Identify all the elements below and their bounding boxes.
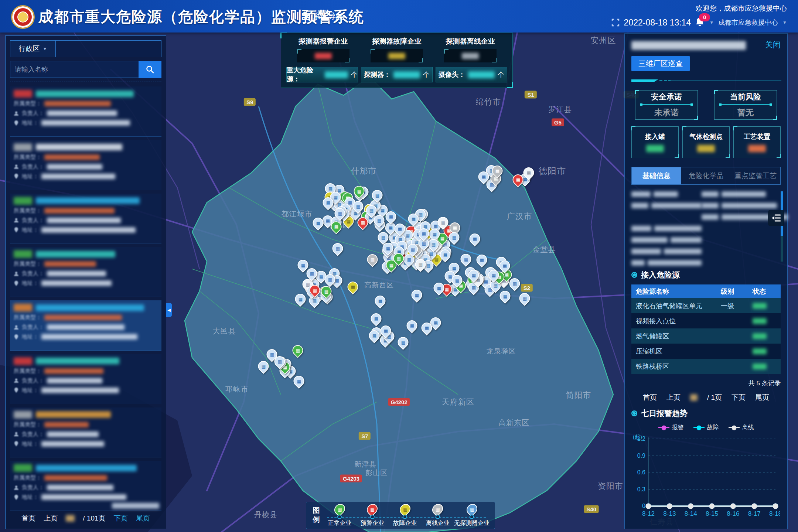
sidebar-page-next[interactable]: 下页 — [114, 514, 128, 523]
info-field-redacted — [702, 191, 788, 197]
hazard-status-redacted — [753, 303, 767, 309]
table-row[interactable]: 视频接入点位 — [631, 313, 781, 328]
company-contact-redacted — [47, 378, 102, 383]
search-button[interactable] — [139, 61, 161, 78]
location-icon — [14, 495, 19, 500]
count-label: 气体检测点 — [689, 132, 723, 141]
legend-item-label: 预警企业 — [361, 519, 384, 527]
tab-1[interactable]: 危险化学品 — [681, 167, 731, 184]
info-scrollbar[interactable] — [781, 191, 783, 262]
road-badge: S40 — [584, 505, 599, 513]
person-icon — [14, 164, 19, 169]
tab-0[interactable]: 基础信息 — [632, 167, 681, 184]
company-status-badge-redacted — [14, 464, 32, 472]
company-list-item[interactable]: 所属类型： 负责人： 地址： — [10, 86, 161, 137]
org-caret-icon[interactable]: ▼ — [782, 20, 787, 25]
region-filter-dropdown[interactable]: 行政区 ▼ — [10, 41, 56, 57]
detail-page-total: / 1页 — [707, 393, 722, 402]
left-sidebar: 行政区 ▼ 所属类型： 负责人： 地址： 所属类型： — [5, 35, 166, 529]
region-filter-label: 行政区 — [19, 44, 40, 54]
company-list-item[interactable]: 所属类型： 负责人： 地址： — [10, 407, 161, 458]
company-name-redacted — [36, 197, 140, 204]
stat-0: 探测器报警企业 — [286, 37, 360, 62]
table-row[interactable]: 压缩机区 — [631, 344, 781, 359]
stat-2: 探测器离线企业 — [434, 37, 507, 62]
legend-item[interactable]: 报警 — [658, 424, 684, 432]
info-field-redacted — [702, 226, 788, 231]
map-legend-item: ▦ 无探测器企业 — [454, 504, 490, 527]
count-value-redacted — [697, 145, 715, 152]
welcome-text: 欢迎您，成都市应急救援中心 — [696, 4, 787, 13]
legend-label: 故障 — [707, 424, 719, 432]
counter-unit: 个 — [351, 70, 358, 79]
company-list-item[interactable]: 所属类型： 负责人： 地址： — [10, 140, 161, 190]
legend-node-icon — [337, 515, 342, 519]
sidebar-page-last[interactable]: 尾页 — [136, 514, 150, 523]
company-list-item[interactable]: 所属类型： 负责人： 地址： — [10, 354, 161, 404]
stat-value-box — [444, 49, 497, 62]
detail-page-prev[interactable]: 上页 — [666, 393, 681, 402]
current-risk-box: 当前风险 暂无 — [714, 90, 777, 120]
map-place-label: 邛崃市 — [225, 384, 249, 394]
close-panel-button[interactable]: 关闭 — [765, 40, 781, 50]
company-list-item[interactable]: 所属类型： 负责人： 地址： — [10, 300, 161, 351]
legend-label: 报警 — [672, 424, 684, 432]
bell-caret-icon[interactable]: ▼ — [709, 20, 714, 25]
info-field-redacted — [631, 226, 702, 231]
company-status-badge-redacted — [14, 357, 32, 365]
info-field-redacted — [631, 214, 702, 220]
map-legend-item: ▦ 预警企业 — [356, 504, 389, 527]
grid-icon — [302, 13, 309, 20]
hazard-table: 危险源名称级别状态液化石油气储罐区单元 一级 视频接入点位 燃气储罐区 压缩机区… — [631, 284, 781, 374]
counter-unit: 个 — [498, 70, 504, 79]
safety-promise-box: 安全承诺 未承诺 — [635, 90, 698, 120]
hazard-name: 液化石油气储罐区单元 — [636, 301, 721, 310]
sidebar-collapse-button[interactable]: ◀ — [166, 303, 172, 317]
stat-value-box — [371, 49, 423, 62]
road-badge: S1 — [525, 91, 536, 98]
table-row[interactable]: 铁路栈桥区 — [631, 359, 781, 374]
detail-page-last[interactable]: 尾页 — [755, 393, 769, 402]
svg-text:8-15: 8-15 — [706, 510, 718, 517]
svg-text:8-17: 8-17 — [748, 510, 761, 517]
company-contact-redacted — [47, 110, 117, 116]
company-status-badge-redacted — [14, 250, 32, 258]
region-filter-input[interactable] — [56, 41, 161, 57]
map-place-label: 天府新区 — [442, 397, 474, 407]
road-badge: S7 — [359, 432, 371, 440]
count-value-redacted — [646, 145, 664, 152]
detail-page-next[interactable]: 下页 — [732, 393, 746, 402]
field-label-contact: 负责人： — [22, 110, 44, 117]
plant-tour-3d-button[interactable]: 三维厂区巡查 — [631, 56, 690, 71]
legend-item[interactable]: 离线 — [729, 424, 754, 432]
svg-text:0.6: 0.6 — [637, 469, 645, 475]
legend-item[interactable]: 故障 — [693, 424, 719, 432]
field-label-address: 地址： — [22, 494, 38, 501]
detail-page-first[interactable]: 首页 — [643, 393, 657, 402]
hazard-name: 铁路栈桥区 — [636, 362, 721, 371]
info-field-redacted — [631, 260, 702, 266]
system-nav-label: 系统导航 — [313, 11, 344, 21]
expand-panel-button[interactable] — [768, 210, 784, 226]
person-icon — [14, 432, 19, 437]
company-type-redacted — [44, 368, 103, 374]
company-list-item[interactable]: 所属类型： 负责人： 地址： — [10, 247, 161, 297]
table-row[interactable]: 燃气储罐区 — [631, 328, 781, 344]
location-icon — [14, 174, 19, 179]
section-bullet-icon — [631, 272, 637, 278]
hazard-status-redacted — [753, 318, 767, 324]
sidebar-pagination: 首页 上页 / 101页 下页 尾页 — [10, 511, 161, 526]
sidebar-page-first[interactable]: 首页 — [21, 514, 35, 523]
info-field-redacted — [631, 249, 702, 254]
svg-text:8-14: 8-14 — [685, 510, 697, 517]
location-icon — [14, 281, 19, 286]
fullscreen-icon[interactable] — [611, 18, 620, 27]
company-list-item[interactable]: 所属类型： 负责人： 地址： — [10, 194, 161, 244]
table-row[interactable]: 液化石油气储罐区单元 一级 — [631, 298, 781, 313]
company-search-input[interactable] — [10, 61, 139, 78]
company-address-redacted — [41, 388, 119, 393]
tab-2[interactable]: 重点监管工艺 — [731, 167, 780, 184]
sidebar-page-prev[interactable]: 上页 — [44, 514, 58, 523]
notification-bell[interactable]: 0 — [695, 17, 705, 28]
system-nav-button[interactable]: 系统导航 — [302, 11, 344, 21]
